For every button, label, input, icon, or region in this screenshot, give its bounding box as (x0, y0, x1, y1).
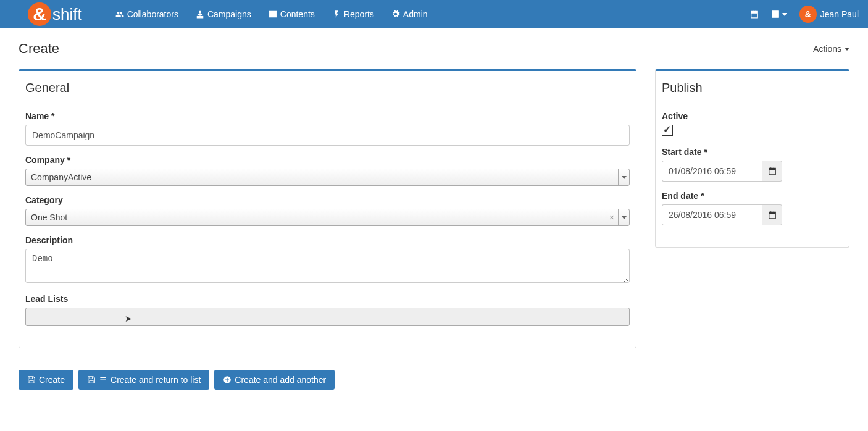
button-label: Create (39, 375, 65, 385)
chevron-down-icon (618, 169, 629, 185)
name-label: Name * (25, 111, 630, 121)
company-label: Company * (25, 155, 630, 165)
clear-icon[interactable]: × (606, 212, 618, 222)
user-menu[interactable]: & Jean Paul (799, 6, 859, 23)
leadlists-select[interactable] (25, 308, 630, 326)
start-date-label: Start date * (662, 147, 843, 157)
nav-campaigns[interactable]: Campaigns (187, 0, 260, 28)
nav-label: Collaborators (127, 9, 178, 19)
gear-icon (391, 10, 400, 19)
active-checkbox[interactable] (662, 125, 673, 136)
description-input[interactable] (25, 249, 630, 283)
bolt-icon (332, 10, 341, 19)
company-select[interactable]: CompanyActive (25, 169, 630, 186)
actions-dropdown[interactable]: Actions (813, 44, 849, 54)
caret-down-icon (782, 13, 787, 16)
footer-buttons: Create Create and return to list Create … (0, 361, 868, 408)
caret-down-icon (845, 48, 849, 51)
user-name: Jean Paul (820, 9, 859, 19)
publish-title: Publish (662, 81, 843, 95)
button-label: Create and return to list (111, 375, 201, 385)
name-input[interactable] (25, 125, 630, 146)
list-icon (99, 375, 107, 384)
category-value: One Shot (26, 212, 606, 222)
navbar: & shift Collaborators Campaigns Contents… (0, 0, 868, 28)
end-date-picker-button[interactable] (762, 204, 782, 225)
active-label: Active (662, 111, 843, 121)
page-header: Create Actions (0, 28, 868, 63)
brand-text: shift (52, 5, 82, 24)
nav-label: Reports (344, 9, 374, 19)
nav-admin[interactable]: Admin (383, 0, 436, 28)
category-label: Category (25, 195, 630, 205)
publish-panel: Publish Active Start date * End date * (655, 69, 849, 248)
nav-collaborators[interactable]: Collaborators (107, 0, 187, 28)
company-value: CompanyActive (26, 172, 618, 182)
category-select[interactable]: One Shot × (25, 209, 630, 226)
calendar-icon (768, 211, 777, 219)
nav-label: Campaigns (207, 9, 251, 19)
envelope-icon (269, 10, 277, 19)
page-title: Create (19, 41, 59, 57)
nav-add-dropdown[interactable] (771, 10, 787, 19)
nav-contents[interactable]: Contents (260, 0, 323, 28)
start-date-picker-button[interactable] (762, 161, 782, 182)
sitemap-icon (196, 10, 204, 19)
chevron-down-icon (618, 209, 629, 225)
nav-label: Contents (280, 9, 315, 19)
nav-reports[interactable]: Reports (323, 0, 383, 28)
create-button[interactable]: Create (19, 370, 73, 390)
create-another-button[interactable]: Create and add another (214, 370, 335, 390)
actions-label: Actions (813, 44, 841, 54)
calendar-icon (768, 167, 777, 175)
users-icon (115, 10, 124, 19)
brand-logo[interactable]: & shift (28, 2, 82, 26)
save-icon (87, 375, 96, 384)
end-date-input[interactable] (662, 204, 762, 225)
save-icon (27, 375, 36, 384)
end-date-label: End date * (662, 191, 843, 201)
general-title: General (25, 81, 630, 95)
plus-square-icon (771, 10, 780, 19)
calendar-icon (750, 10, 759, 19)
create-return-button[interactable]: Create and return to list (78, 370, 209, 390)
nav-calendar[interactable] (750, 10, 759, 19)
plus-circle-icon (223, 375, 232, 384)
avatar-icon: & (799, 6, 817, 23)
leadlists-label: Lead Lists (25, 294, 630, 304)
general-panel: General Name * Company * CompanyActive C… (19, 69, 636, 348)
description-label: Description (25, 235, 630, 245)
ampersand-icon: & (28, 2, 51, 26)
nav-label: Admin (403, 9, 428, 19)
button-label: Create and add another (235, 375, 326, 385)
start-date-input[interactable] (662, 161, 762, 182)
